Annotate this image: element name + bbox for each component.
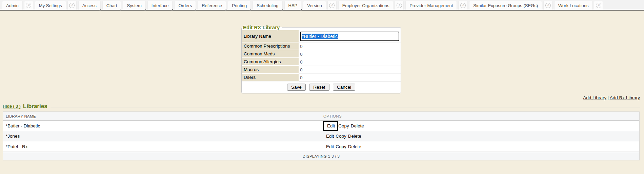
libraries-section-title: Libraries — [23, 103, 47, 110]
external-link-button[interactable]: ↗ — [594, 1, 603, 10]
tab-employer-organizations[interactable]: Employer Organizations — [338, 1, 394, 10]
external-arrow-icon: ↗ — [69, 3, 75, 8]
form-field-row: Common Prescriptions 0 0 — [242, 42, 401, 50]
field-value: 0 — [300, 52, 303, 57]
tab-access[interactable]: Access — [78, 1, 101, 10]
library-name: *Patel - Rx — [6, 144, 28, 149]
edit-link[interactable]: Edit — [326, 144, 334, 149]
libraries-section-header: Hide ( 3 ) Libraries — [3, 103, 640, 110]
tab-system[interactable]: System — [123, 1, 145, 10]
field-label: Library Name — [242, 30, 299, 42]
table-footer: DISPLAYING 1-3 / 3 — [3, 152, 639, 160]
library-row: *Butler - Diabetic Edit Copy Delete — [3, 121, 639, 131]
row-options: Edit Copy Delete — [326, 144, 363, 149]
field-value-cell: 0 0 — [299, 50, 401, 58]
copy-link[interactable]: Copy — [336, 134, 346, 139]
dropdown-corner-icon — [281, 9, 283, 11]
row-options: Edit Copy Delete — [326, 123, 366, 128]
external-link-button[interactable]: ↗ — [543, 1, 552, 10]
tab-group: Interface ↗ — [147, 0, 173, 10]
external-link-button[interactable]: ↗ — [395, 1, 404, 10]
tab-group: Employer Organizations ↗ — [338, 0, 404, 10]
library-name: *Jones — [6, 134, 20, 139]
dropdown-corner-icon — [249, 9, 251, 11]
field-value-cell: *Butler - Diabetic *Butler - Diabetic — [299, 30, 401, 42]
dropdown-corner-icon — [144, 9, 146, 11]
row-options: Edit Copy Delete — [326, 134, 363, 139]
tab-label: Printing — [232, 3, 247, 8]
column-header-options: OPTIONS — [323, 114, 342, 118]
reset-button[interactable]: Reset — [309, 84, 329, 91]
form-field-row: Common Allergies 0 0 — [242, 58, 401, 66]
table-body: *Butler - Diabetic Edit Copy Delete *Jon… — [3, 121, 639, 152]
tab-label: Similar Exposure Groups (SEGs) — [473, 3, 538, 8]
link-separator: | — [607, 95, 609, 100]
tab-label: Scheduling — [257, 3, 278, 8]
save-button[interactable]: Save — [287, 84, 306, 91]
tab-group: HSP ↗ — [284, 0, 302, 10]
field-value: 0 — [300, 67, 303, 72]
field-value-cell: 0 0 — [299, 66, 401, 74]
section-divider-line — [51, 107, 640, 107]
tab-group: Provider Management ↗ — [405, 0, 467, 10]
library-name-input[interactable]: *Butler - Diabetic — [300, 32, 399, 41]
tab-label: Access — [82, 3, 97, 8]
tab-group: Printing ↗ — [228, 0, 251, 10]
copy-link[interactable]: Copy — [338, 123, 349, 128]
field-value: 0 — [300, 75, 303, 80]
tab-version[interactable]: Version — [303, 1, 326, 10]
dropdown-corner-icon — [171, 9, 173, 11]
external-arrow-icon: ↗ — [460, 3, 466, 8]
tab-my-settings[interactable]: My Settings — [35, 1, 66, 10]
tab-label: Interface — [152, 3, 169, 8]
copy-link[interactable]: Copy — [336, 144, 346, 149]
add-rx-library-link[interactable]: Add Rx Library — [610, 95, 640, 100]
tab-work-locations[interactable]: Work Locations — [554, 1, 592, 10]
tab-printing[interactable]: Printing — [228, 1, 251, 10]
edit-rx-library-form: Edit RX Library Library Name *Butler - D… — [241, 24, 401, 93]
tab-interface[interactable]: Interface — [147, 1, 173, 10]
column-header-library-name[interactable]: LIBRARY NAME — [6, 114, 36, 118]
external-link-button[interactable]: ↗ — [327, 1, 337, 10]
dropdown-corner-icon — [99, 9, 101, 11]
hide-libraries-link[interactable]: Hide ( 3 ) — [3, 104, 21, 109]
tab-label: Employer Organizations — [342, 3, 389, 8]
tab-provider-management[interactable]: Provider Management — [405, 1, 457, 10]
tab-admin[interactable]: Admin — [2, 1, 23, 10]
tab-reference[interactable]: Reference — [198, 1, 226, 10]
add-library-link[interactable]: Add Library — [583, 95, 606, 100]
library-row: *Patel - Rx Edit Copy Delete — [3, 141, 639, 152]
external-link-button[interactable]: ↗ — [24, 1, 33, 10]
delete-link[interactable]: Delete — [348, 134, 361, 139]
tab-label: Work Locations — [558, 3, 588, 8]
delete-link[interactable]: Delete — [348, 144, 361, 149]
tab-label: Admin — [6, 3, 19, 8]
form-field-row: Users 0 0 — [242, 74, 401, 82]
external-arrow-icon: ↗ — [596, 3, 601, 8]
external-arrow-icon: ↗ — [26, 3, 31, 8]
tab-orders[interactable]: Orders — [174, 1, 196, 10]
tab-scheduling[interactable]: Scheduling — [253, 1, 282, 10]
tab-group: My Settings ↗ — [35, 0, 77, 10]
field-value-cell: 0 0 — [299, 74, 401, 82]
tab-group: Orders ↗ — [174, 0, 196, 10]
dropdown-corner-icon — [195, 9, 196, 11]
tab-group: Work Locations ↗ — [554, 0, 603, 10]
tab-hsp[interactable]: HSP — [284, 1, 302, 10]
dropdown-corner-icon — [120, 9, 121, 11]
external-link-button[interactable]: ↗ — [67, 1, 77, 10]
tab-group: Similar Exposure Groups (SEGs) ↗ — [469, 0, 552, 10]
form-fields: Library Name *Butler - Diabetic *Butler … — [242, 30, 401, 82]
form-field-row: Common Meds 0 0 — [242, 50, 401, 58]
library-name: *Butler - Diabetic — [6, 123, 40, 128]
delete-link[interactable]: Delete — [351, 123, 364, 128]
edit-link[interactable]: Edit — [323, 121, 338, 131]
cancel-button[interactable]: Cancel — [333, 84, 355, 91]
edit-link[interactable]: Edit — [326, 134, 334, 139]
external-link-button[interactable]: ↗ — [458, 1, 467, 10]
tab-group: Reference ↗ — [198, 0, 226, 10]
tab-similar-exposure-groups-segs[interactable]: Similar Exposure Groups (SEGs) — [469, 1, 542, 10]
field-label: Common Prescriptions — [242, 42, 299, 50]
tab-chart[interactable]: Chart — [102, 1, 121, 10]
dropdown-corner-icon — [225, 9, 226, 11]
